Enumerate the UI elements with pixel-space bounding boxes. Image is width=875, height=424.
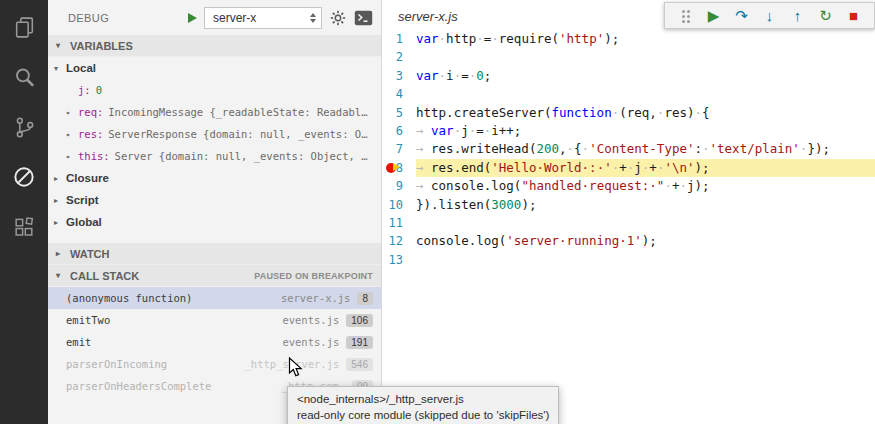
code-line-content[interactable]: → res.end('Hello·World·:·'·+·j·+·'\n'); [416,159,875,177]
scope-row-script[interactable]: ▸Script [48,189,381,211]
code-line-content[interactable] [416,85,875,103]
paused-status-label: PAUSED ON BREAKPOINT [254,271,373,281]
vscode-debug-window: DEBUG server-x ▾ VARIABLES ▾Localj:0▸req… [0,0,875,424]
code-token: = [476,123,484,138]
line-number[interactable]: 3 [382,67,416,85]
line-number[interactable]: 7 [382,140,416,158]
code-token: http.createServer( [416,105,551,120]
line-number[interactable]: 9 [382,177,416,195]
code-line-content[interactable] [416,48,875,66]
line-number[interactable]: 11 [382,214,416,232]
debug-config-dropdown[interactable]: server-x [204,7,322,29]
code-token: j); [687,178,710,193]
twisty-icon: ▸ [66,130,78,139]
line-number[interactable]: 12 [382,232,416,250]
code-line-content[interactable]: → var·j·=·i++; [416,122,875,140]
code-line-content[interactable]: console.log('server·running·1'); [416,232,875,250]
step-into-icon[interactable]: ↓ [758,4,781,27]
variable-name: res: [78,128,103,140]
tooltip-description: read-only core module (skipped due to 's… [297,407,549,423]
line-number-badge: 546 [346,358,373,371]
code-token: { [702,105,710,120]
stack-frame-row[interactable]: (anonymous function)server-x.js8 [48,287,381,309]
code-token: · [695,105,703,120]
variable-row-res[interactable]: ▸res:ServerResponse {domain: null, _even… [48,123,381,145]
code-line-content[interactable] [416,214,875,232]
call-stack-section-header[interactable]: ▾ CALL STACK PAUSED ON BREAKPOINT [48,265,381,287]
activity-bar [0,0,48,424]
variable-value: Server {domain: null, _events: Object, … [115,150,368,162]
stack-frame-row[interactable]: emitevents.js191 [48,331,381,353]
line-number[interactable]: 13 [382,251,416,269]
code-line-content[interactable]: → res.writeHead(200,·{·'Content-Type':·'… [416,140,875,158]
code-line-4: 4 [382,85,875,103]
code-token: j [461,123,469,138]
code-token: ); [695,160,710,175]
step-out-icon[interactable]: ↑ [786,4,809,27]
code-area: 1var·http·=·require('http');23var·i·=·0;… [382,30,875,269]
code-token: ); [642,233,657,248]
frame-label: (anonymous function) [66,292,192,304]
skipped-frame-tooltip: <node_internals>/_http_server.js read-on… [287,386,559,424]
line-number[interactable]: 5 [382,104,416,122]
line-number[interactable]: 4 [382,85,416,103]
variable-row-req[interactable]: ▸req:IncomingMessage {_readableState: Re… [48,101,381,123]
line-number[interactable]: 6 [382,122,416,140]
stack-frame-row[interactable]: parserOnIncoming_http_server.js546 [48,353,381,375]
code-token: ); [604,31,619,46]
stop-icon[interactable]: ■ [842,4,865,27]
debug-panel-header: DEBUG server-x [48,0,381,35]
line-number[interactable]: 2 [382,48,416,66]
code-line-content[interactable]: var·http·=·require('http'); [416,30,875,48]
code-token: var [416,68,439,83]
scope-label: Local [66,62,96,74]
code-line-2: 2 [382,48,875,66]
code-line-content[interactable] [416,251,875,269]
code-line-content[interactable]: var·i·=·0; [416,67,875,85]
code-token: 200 [536,141,559,156]
variables-list: ▾Localj:0▸req:IncomingMessage {_readable… [48,57,381,233]
code-token: + [619,160,627,175]
source-control-icon[interactable] [0,102,48,152]
line-number[interactable]: 1 [382,30,416,48]
files-icon[interactable] [0,2,48,52]
continue-icon[interactable]: ▶ [702,4,725,27]
scope-row-global[interactable]: ▸Global [48,211,381,233]
debug-icon[interactable] [0,152,48,202]
drag-handle-icon[interactable] [674,4,697,27]
start-debug-icon[interactable] [188,13,197,23]
watch-section-header[interactable]: ▸ WATCH [48,243,381,265]
code-line-11: 11 [382,214,875,232]
debug-toolbar: ▶↷↓↑↻■ [664,2,875,29]
code-line-content[interactable]: → console.log("handled·request:·"·+·j); [416,177,875,195]
extensions-icon[interactable] [0,202,48,252]
dropdown-arrows-icon [310,13,316,23]
stack-frame-row[interactable]: emitTwoevents.js106 [48,309,381,331]
chevron-icon: ▸ [56,249,65,258]
code-line-8: 8→ res.end('Hello·World·:·'·+·j·+·'\n'); [382,159,875,177]
frame-label: parserOnIncoming [66,358,167,370]
call-stack-list: (anonymous function)server-x.js8emitTwoe… [48,287,381,397]
debug-config-label: server-x [213,11,310,25]
code-token: require( [499,31,559,46]
code-token: · [664,178,672,193]
code-line-content[interactable]: }).listen(3000); [416,196,875,214]
settings-gear-icon[interactable] [329,9,347,27]
debug-console-icon[interactable] [354,10,373,26]
code-token: console.log( [416,233,506,248]
variable-row-j[interactable]: j:0 [48,79,381,101]
line-number-badge: 8 [357,292,373,305]
step-over-icon[interactable]: ↷ [730,4,753,27]
variables-section-header[interactable]: ▾ VARIABLES [48,35,381,57]
scope-row-local[interactable]: ▾Local [48,57,381,79]
code-line-content[interactable]: http.createServer(function·(req,·res)·{ [416,104,875,122]
code-token: function [551,105,611,120]
search-icon[interactable] [0,52,48,102]
twisty-icon: ▸ [66,152,78,161]
variable-name: j: [78,84,91,96]
scope-row-closure[interactable]: ▸Closure [48,167,381,189]
restart-icon[interactable]: ↻ [814,4,837,27]
variable-row-this[interactable]: ▸this:Server {domain: null, _events: Obj… [48,145,381,167]
code-token: i++; [491,123,521,138]
line-number[interactable]: 10 [382,196,416,214]
